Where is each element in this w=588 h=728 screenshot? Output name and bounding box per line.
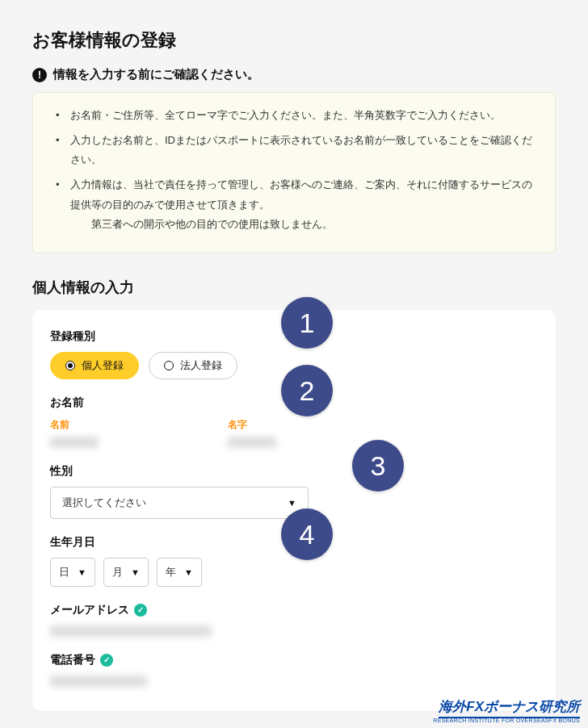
dob-month-label: 月 xyxy=(112,565,123,579)
annotation-badge-2: 2 xyxy=(281,365,333,416)
phone-label: 電話番号 ✓ xyxy=(50,653,538,667)
dob-day-select[interactable]: 日 ▼ xyxy=(50,558,95,587)
brand-sub: RESEARCH INSTITUTE FOR OVERSEASFX BONUS xyxy=(433,718,580,723)
personal-option-label: 個人登録 xyxy=(82,358,124,373)
personal-option[interactable]: 個人登録 xyxy=(50,352,139,379)
notice-item: 入力情報は、当社で責任を持って管理し、お客様へのご連絡、ご案内、それに付随するサ… xyxy=(56,175,536,235)
email-label: メールアドレス ✓ xyxy=(50,603,538,617)
chevron-down-icon: ▼ xyxy=(288,498,296,508)
gender-placeholder: 選択してください xyxy=(62,496,146,510)
dob-year-label: 年 xyxy=(166,565,176,579)
section-title: 個人情報の入力 xyxy=(32,278,556,297)
notice-sub: 第三者への開示や他の目的での使用は致しません。 xyxy=(70,215,536,235)
annotation-badge-4: 4 xyxy=(281,508,333,560)
dob-day-label: 日 xyxy=(59,565,69,579)
notice-item: 入力したお名前と、IDまたはパスポートに表示されているお名前が一致していることを… xyxy=(56,131,536,170)
check-icon: ✓ xyxy=(134,604,147,617)
chevron-down-icon: ▼ xyxy=(131,567,140,577)
dob-year-select[interactable]: 年 ▼ xyxy=(157,558,202,587)
notice-item: お名前・ご住所等、全てローマ字でご入力ください。また、半角英数字でご入力ください… xyxy=(56,106,536,126)
check-icon: ✓ xyxy=(100,654,113,667)
exclamation-icon: ! xyxy=(32,68,47,82)
phone-value xyxy=(50,676,147,687)
brand-main: 海外FXボーナス研究所 xyxy=(439,697,580,718)
radio-dot-icon xyxy=(65,361,75,370)
annotation-badge-3: 3 xyxy=(352,440,404,492)
phone-group: 電話番号 ✓ xyxy=(50,653,538,687)
email-value xyxy=(50,625,212,637)
page-title: お客様情報の登録 xyxy=(32,28,556,52)
footer-brand: 海外FXボーナス研究所 RESEARCH INSTITUTE FOR OVERS… xyxy=(433,697,580,723)
given-name-label: 名前 xyxy=(50,418,99,432)
alert-header: ! 情報を入力する前にご確認ください。 xyxy=(32,67,556,82)
corporate-option[interactable]: 法人登録 xyxy=(149,352,237,379)
given-name-value xyxy=(50,437,99,448)
gender-label: 性別 xyxy=(50,464,538,479)
radio-dot-icon xyxy=(164,361,174,370)
chevron-down-icon: ▼ xyxy=(184,567,193,577)
annotation-badge-1: 1 xyxy=(281,297,333,349)
email-group: メールアドレス ✓ xyxy=(50,603,538,637)
chevron-down-icon: ▼ xyxy=(78,567,86,577)
notice-box: お名前・ご住所等、全てローマ字でご入力ください。また、半角英数字でご入力ください… xyxy=(32,92,556,253)
gender-select[interactable]: 選択してください ▼ xyxy=(50,487,309,519)
family-name-value xyxy=(228,437,276,448)
dob-month-select[interactable]: 月 ▼ xyxy=(103,558,149,587)
family-name-label: 名字 xyxy=(228,418,276,432)
alert-header-text: 情報を入力する前にご確認ください。 xyxy=(53,67,259,82)
corporate-option-label: 法人登録 xyxy=(180,358,222,373)
